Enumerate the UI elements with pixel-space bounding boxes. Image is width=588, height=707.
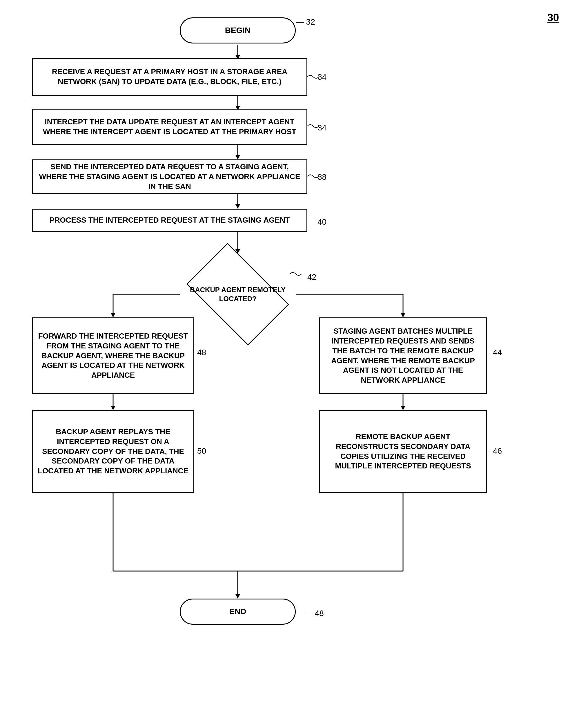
end-node: END [180,599,296,625]
box1-ref: 34 [318,72,326,82]
box-forward-left: FORWARD THE INTERCEPTED REQUEST FROM THE… [32,317,194,394]
begin-node: BEGIN [180,18,296,43]
diamond-ref: 42 [307,272,316,282]
box-process-staging: PROCESS THE INTERCEPTED REQUEST AT THE S… [32,209,307,232]
box-backup-replay: BACKUP AGENT REPLAYS THE INTERCEPTED REQ… [32,410,194,493]
box-left-bottom-ref: 50 [197,446,206,456]
end-ref: — 48 [304,609,324,618]
svg-marker-12 [111,313,116,317]
box-intercept: INTERCEPT THE DATA UPDATE REQUEST AT AN … [32,109,307,145]
box-staging-batch: STAGING AGENT BATCHES MULTIPLE INTERCEPT… [319,317,487,394]
svg-marker-19 [401,406,405,410]
svg-marker-5 [235,155,240,160]
svg-marker-17 [111,406,116,410]
diamond-backup-remote: BACKUP AGENT REMOTELY LOCATED? [180,254,296,335]
box-right-ref: 44 [493,348,502,357]
svg-marker-7 [235,204,240,209]
box-send-staging: SEND THE INTERCEPTED DATA REQUEST TO A S… [32,160,307,194]
svg-marker-15 [401,313,405,317]
box-receive-request: RECEIVE A REQUEST AT A PRIMARY HOST IN A… [32,58,307,96]
flowchart-diagram: 30 BEGIN — 32 RECEIVE A REQUEST AT A PRI… [0,0,588,707]
figure-number: 30 [547,11,559,24]
box-remote-reconstruct: REMOTE BACKUP AGENT RECONSTRUCTS SECONDA… [319,410,487,493]
box2-ref: 34 [318,123,326,132]
box3-ref: 38 [318,172,326,182]
box4-ref: 40 [318,217,326,227]
box-left-ref: 48 [197,348,206,357]
svg-marker-25 [235,594,240,599]
begin-ref: — 32 [296,18,315,27]
box-right-bottom-ref: 46 [493,446,502,456]
